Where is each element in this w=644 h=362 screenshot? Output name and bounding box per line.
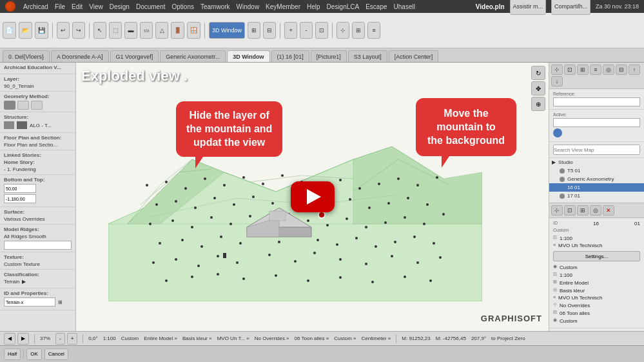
tab-1[interactable]: A Doorsnede A-A] [51, 50, 109, 62]
reference-input[interactable] [553, 97, 640, 106]
bottom-input[interactable] [4, 184, 36, 193]
menu-designlca[interactable]: DesignLCA [327, 3, 360, 10]
toolbar-roof[interactable]: △ [155, 22, 168, 39]
toolbar-marquee[interactable]: ⬚ [109, 22, 122, 39]
toolbar-fit[interactable]: ⊡ [315, 22, 328, 39]
toolbar-save[interactable]: 💾 [35, 22, 48, 39]
toolbar-slab[interactable]: ▭ [140, 22, 153, 39]
geometry-btn-2[interactable] [17, 101, 29, 110]
top-input[interactable] [4, 194, 36, 203]
menu-document[interactable]: Document [136, 3, 166, 10]
prop-btn-5[interactable]: ✕ [603, 205, 614, 216]
speech-bubble-move-mountain: Move the mountain to the background [416, 98, 516, 156]
model-ridges-input[interactable] [4, 241, 72, 250]
toolbar-layer[interactable]: ≡ [367, 22, 380, 39]
menu-edit[interactable]: Edit [72, 3, 83, 10]
tree-16-01[interactable]: 16 01 [549, 183, 644, 192]
tab-3[interactable]: Generic Axonometr... [160, 50, 226, 62]
assist-button[interactable]: Assistir m... [510, 0, 547, 15]
toolbar-view1[interactable]: ⊞ [248, 22, 260, 39]
structure-section: Structure: ALG - T... [0, 112, 75, 133]
zoom-in-btn[interactable]: + [67, 333, 78, 345]
svg-point-52 [368, 206, 371, 209]
tree-generic-axonometry[interactable]: Generic Axonometry [549, 175, 644, 183]
svg-point-91 [236, 261, 239, 264]
cancel-button[interactable]: Cancel [44, 348, 68, 360]
orbit-control[interactable]: ↻ [531, 66, 545, 80]
toolbar-undo[interactable]: ↩ [57, 22, 70, 39]
rp-btn-3[interactable]: ⊞ [577, 65, 589, 75]
layer-display: MVO Uh Technisch [558, 243, 602, 248]
scale-icon: ⊡ [553, 235, 557, 240]
tab-6[interactable]: [Picture1] [311, 50, 347, 62]
geometry-btn-3[interactable] [31, 101, 43, 110]
rp-btn-6[interactable]: ⊟ [616, 65, 627, 75]
geometry-btn-1[interactable] [4, 101, 15, 110]
menu-view[interactable]: View [89, 3, 103, 10]
menu-design[interactable]: Design [110, 3, 130, 10]
rp-btn-5[interactable]: ◎ [603, 65, 614, 75]
toolbar-door[interactable]: 🚪 [171, 22, 184, 39]
toolbar-snap[interactable]: ⊹ [337, 22, 349, 39]
rp-btn-2[interactable]: ⊡ [564, 65, 576, 75]
menu-keymember[interactable]: KeyMember [266, 3, 300, 10]
svg-point-56 [149, 223, 151, 225]
nav-left[interactable]: ◀ [4, 333, 15, 345]
share-button[interactable]: Compartilh... [551, 0, 590, 15]
classification-expand[interactable]: ▶ [22, 279, 26, 285]
menu-file[interactable]: File [55, 3, 65, 10]
active-input[interactable] [553, 118, 640, 127]
toolbar-zoom-out[interactable]: - [300, 22, 313, 39]
nav-right[interactable]: ▶ [17, 333, 29, 345]
toolbar-3d[interactable]: 3D Window [209, 22, 245, 39]
toolbar-redo[interactable]: ↪ [72, 22, 85, 39]
toolbar-view2[interactable]: ⊟ [263, 22, 276, 39]
ok-button[interactable]: OK [26, 348, 42, 360]
menu-help[interactable]: Help [307, 3, 320, 10]
id-expand-icon[interactable]: ⊞ [58, 299, 63, 305]
toolbar-open[interactable]: 📂 [19, 22, 32, 39]
play-button[interactable] [291, 181, 335, 212]
settings-button[interactable]: Settings... [553, 251, 640, 261]
rp-btn-8[interactable]: ↓ [551, 76, 563, 86]
menu-escape[interactable]: Escape [366, 3, 387, 10]
tree-t5[interactable]: T5 01 [549, 166, 644, 175]
rp-btn-7[interactable]: ↑ [629, 65, 640, 75]
prop-btn-3[interactable]: ⊞ [577, 205, 589, 216]
center-3d-area[interactable]: GRAPHISOFT Exploded view . Hide the laye… [76, 63, 549, 331]
prop-btn-4[interactable]: ◎ [590, 205, 601, 216]
toolbar-new[interactable]: 📄 [3, 22, 16, 39]
toolbar-grid[interactable]: ⊞ [352, 22, 365, 39]
menu-uhasell[interactable]: Uhasell [394, 3, 415, 10]
tree-studio-label: Studio [558, 159, 573, 165]
id-input[interactable] [4, 297, 55, 307]
tree-studio[interactable]: ▶ Studio [549, 158, 644, 166]
tab-0[interactable]: 0. Del{Vloers} [3, 50, 50, 62]
prop-btn-1[interactable]: ⊹ [551, 205, 563, 216]
search-view-input[interactable] [553, 145, 640, 155]
tab-2[interactable]: G1 Voorgevef] [110, 50, 159, 62]
rp-btn-4[interactable]: ≡ [590, 65, 601, 75]
toolbar-window[interactable]: 🪟 [187, 22, 200, 39]
menu-window[interactable]: Window [237, 3, 260, 10]
tab-3d-window[interactable]: 3D Window [227, 50, 269, 62]
pan-control[interactable]: ✥ [531, 81, 545, 96]
half-button[interactable]: Half [4, 348, 21, 360]
id-left: ID [553, 221, 558, 225]
prop-btn-2[interactable]: ⊡ [564, 205, 576, 216]
toolbar-select[interactable]: ↖ [93, 22, 106, 39]
toolbar-zoom-in[interactable]: + [284, 22, 297, 39]
tab-5[interactable]: (1) 16 [01] [271, 50, 309, 62]
svg-point-68 [384, 221, 387, 224]
menu-options[interactable]: Options [171, 3, 193, 10]
toolbar-sep-3 [204, 23, 205, 38]
tab-8[interactable]: [Action Center] [389, 50, 439, 62]
tab-7[interactable]: S3 Layout] [348, 50, 387, 62]
zoom-out-btn[interactable]: - [55, 333, 65, 345]
zoom-control[interactable]: ⊕ [531, 97, 545, 111]
tree-17[interactable]: 17 01 [549, 192, 644, 200]
menu-archicad[interactable]: Archicad [23, 3, 48, 10]
rp-btn-1[interactable]: ⊹ [551, 65, 563, 75]
toolbar-wall[interactable]: ▬ [124, 22, 137, 39]
menu-teamwork[interactable]: Teamwork [200, 3, 230, 10]
